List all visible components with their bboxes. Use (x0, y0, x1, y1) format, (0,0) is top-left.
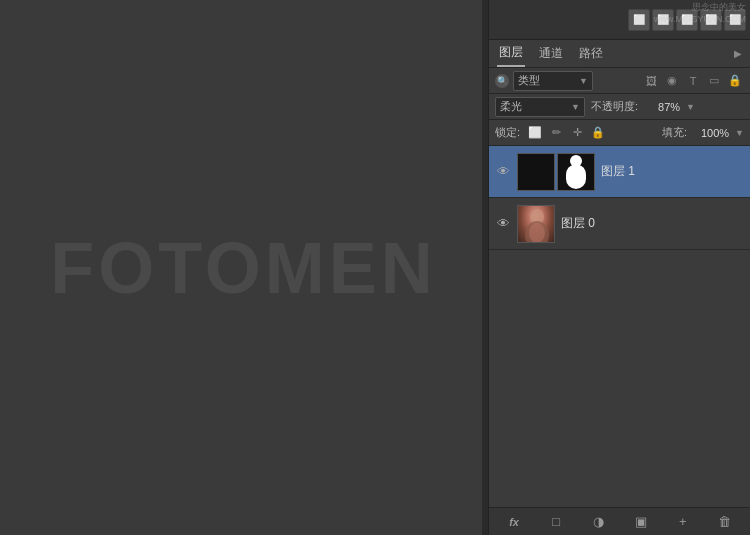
layer-0-photo-svg (518, 205, 554, 243)
filter-icon-image[interactable]: 🖼 (642, 72, 660, 90)
fill-label: 填充: (662, 125, 687, 140)
filter-type-select[interactable]: 类型 ▼ (513, 71, 593, 91)
layer-mask-btn[interactable]: □ (545, 511, 567, 533)
layer-0-photo (518, 205, 554, 243)
filter-icon-text[interactable]: T (684, 72, 702, 90)
opacity-label: 不透明度: (591, 99, 638, 114)
canvas-area: FOTOMEN (0, 0, 488, 535)
layer-0-thumb-group (517, 205, 555, 243)
filter-search-icon: 🔍 (495, 74, 509, 88)
layer-1-name: 图层 1 (601, 163, 744, 180)
tab-channels[interactable]: 通道 (537, 41, 565, 66)
watermark-logo: 思念中的美女 www.MISSYUAN.COM (654, 2, 746, 25)
lock-label: 锁定: (495, 125, 520, 140)
lock-pixels-btn[interactable]: ⬜ (526, 124, 544, 142)
panel-bottom: fx □ ◑ ▣ + 🗑 (489, 507, 750, 535)
layer-0-visibility-icon[interactable]: 👁 (495, 216, 511, 232)
layer-group-btn[interactable]: ▣ (630, 511, 652, 533)
layer-fx-btn[interactable]: fx (503, 511, 525, 533)
blend-mode-select[interactable]: 柔光 ▼ (495, 97, 585, 117)
toolbar-icon-1[interactable]: ⬜ (628, 9, 650, 31)
fill-value[interactable]: 100% (693, 127, 729, 139)
canvas-watermark: FOTOMEN (50, 227, 437, 309)
right-panel: ⬜ ⬜ ⬜ ⬜ ⬜ 思念中的美女 www.MISSYUAN.COM 图层 通道 … (488, 0, 750, 535)
layer-1-black-fill (518, 153, 554, 191)
opacity-value[interactable]: 87% (644, 101, 680, 113)
blend-dropdown-arrow: ▼ (571, 102, 580, 112)
layer-item-0[interactable]: 👁 图层 0 (489, 198, 750, 250)
filter-dropdown-arrow: ▼ (579, 76, 588, 86)
top-toolbar: ⬜ ⬜ ⬜ ⬜ ⬜ 思念中的美女 www.MISSYUAN.COM (489, 0, 750, 40)
lock-icons: ⬜ ✏ ✛ 🔒 (526, 124, 607, 142)
panel-tabs: 图层 通道 路径 ▶ (489, 40, 750, 68)
filter-icon-adjust[interactable]: ◉ (663, 72, 681, 90)
filter-icons: 🖼 ◉ T ▭ 🔒 (642, 72, 744, 90)
layer-0-name: 图层 0 (561, 215, 744, 232)
svg-point-2 (529, 223, 545, 243)
filter-icon-lock[interactable]: 🔒 (726, 72, 744, 90)
layer-1-thumb-group (517, 153, 595, 191)
tab-layers[interactable]: 图层 (497, 40, 525, 67)
layer-item-1[interactable]: 👁 图层 1 (489, 146, 750, 198)
blend-row: 柔光 ▼ 不透明度: 87% ▼ (489, 94, 750, 120)
lock-paint-btn[interactable]: ✏ (547, 124, 565, 142)
layer-0-content-thumb (517, 205, 555, 243)
layer-adjustment-btn[interactable]: ◑ (587, 511, 609, 533)
layer-1-content-thumb (517, 153, 555, 191)
layers-list: 👁 图层 1 👁 (489, 146, 750, 507)
silhouette-container (565, 155, 587, 189)
fill-dropdown-arrow[interactable]: ▼ (735, 128, 744, 138)
lock-all-btn[interactable]: 🔒 (589, 124, 607, 142)
opacity-dropdown-arrow[interactable]: ▼ (686, 102, 695, 112)
layer-new-btn[interactable]: + (672, 511, 694, 533)
panel-tab-arrow[interactable]: ▶ (734, 48, 742, 59)
tab-paths[interactable]: 路径 (577, 41, 605, 66)
lock-move-btn[interactable]: ✛ (568, 124, 586, 142)
filter-icon-shape[interactable]: ▭ (705, 72, 723, 90)
filter-row: 🔍 类型 ▼ 🖼 ◉ T ▭ 🔒 (489, 68, 750, 94)
silhouette-body (566, 165, 586, 189)
layer-delete-btn[interactable]: 🗑 (714, 511, 736, 533)
layer-1-visibility-icon[interactable]: 👁 (495, 164, 511, 180)
lock-row: 锁定: ⬜ ✏ ✛ 🔒 填充: 100% ▼ (489, 120, 750, 146)
layer-1-mask-thumb (557, 153, 595, 191)
